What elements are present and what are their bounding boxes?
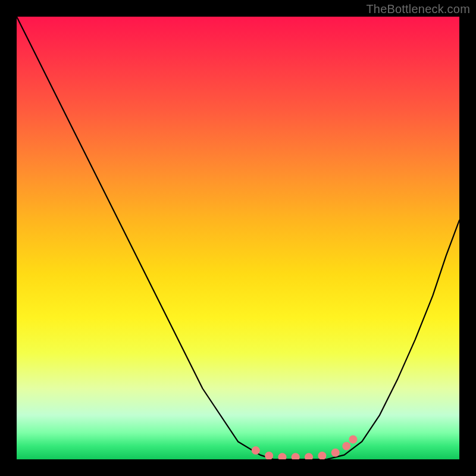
marker-dot [265, 452, 273, 459]
marker-dot [331, 449, 340, 457]
plot-area [17, 17, 459, 459]
watermark-text: TheBottleneck.com [366, 2, 470, 16]
marker-dot [318, 452, 326, 459]
chart-frame: TheBottleneck.com [0, 0, 476, 476]
marker-dot [278, 453, 286, 459]
marker-dot [342, 442, 350, 450]
chart-svg [17, 17, 459, 459]
marker-dot [292, 453, 300, 459]
marker-dot [305, 453, 313, 459]
marker-dot [252, 446, 260, 455]
marker-dot [349, 436, 357, 444]
bottleneck-curve [17, 17, 459, 459]
